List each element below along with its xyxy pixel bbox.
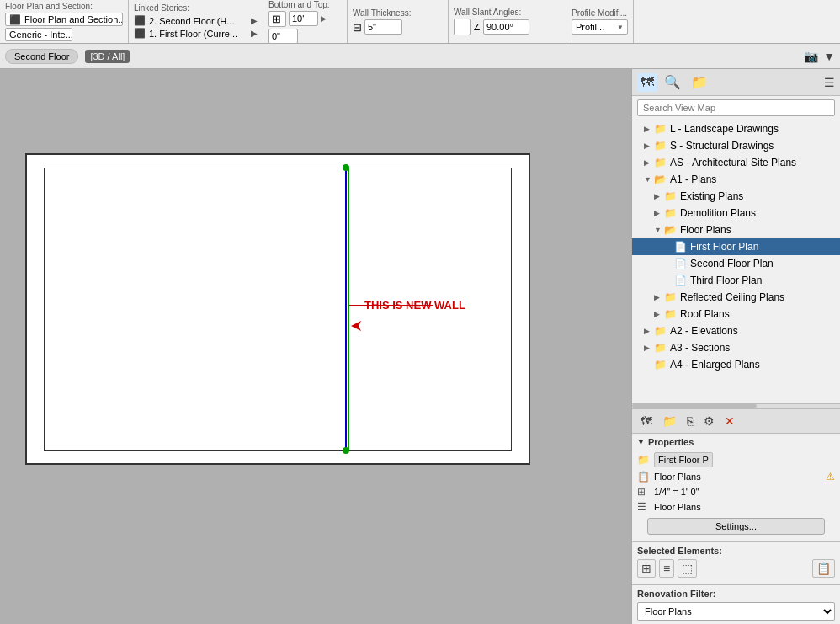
new-folder-icon[interactable]: 📁 (659, 413, 680, 429)
panel-menu-icon[interactable]: ☰ (824, 76, 835, 89)
folder-icon-arch: 📁 (654, 157, 667, 168)
profile-select[interactable]: Profil... ▼ (572, 19, 628, 35)
settings-button[interactable]: Settings... (647, 518, 826, 535)
wall-slant-input[interactable] (483, 19, 529, 35)
renovation-filter-section: Renovation Filter: Floor Plans (632, 585, 840, 624)
tree-item-demolition[interactable]: ▶ 📁 Demolition Plans (632, 205, 840, 221)
prop-name-row: 📁 (637, 451, 835, 469)
tree-item-reflected-ceiling[interactable]: ▶ 📁 Reflected Ceiling Plans (632, 289, 840, 306)
selected-elements-icons: ⊞ ≡ ⬚ 📋 (637, 559, 835, 578)
tree-item-third-floor[interactable]: 📄 Third Floor Plan (632, 272, 840, 289)
view-3d-tag[interactable]: [3D / All] (85, 50, 130, 63)
properties-header[interactable]: ▼ Properties (637, 437, 835, 447)
a4-label: A4 - Enlarged Plans (670, 359, 760, 371)
floor-icon-1: ⬛ (134, 15, 146, 26)
bottom-top-value[interactable] (289, 11, 318, 26)
panel-search (632, 96, 840, 120)
canvas-inner: THIS IS NEW WALL (44, 168, 512, 451)
tree-item-first-floor[interactable]: 📄 First Floor Plan (632, 238, 840, 255)
prop-layer-value: Floor Plans (654, 502, 835, 512)
tree-item-structural[interactable]: ▶ 📁 S - Structural Drawings (632, 137, 840, 154)
second-floor-label: Second Floor Plan (690, 258, 774, 269)
expand-icon-roof: ▶ (654, 310, 664, 318)
folder-icon-a4: 📁 (654, 359, 667, 371)
prop-layer-row: ☰ Floor Plans (637, 499, 835, 515)
floor-icon-2: ⬛ (134, 28, 146, 39)
new-viewmap-icon[interactable]: 🗺 (637, 413, 656, 429)
renovation-filter-select[interactable]: Floor Plans (637, 602, 835, 621)
folder-icon-landscape: 📁 (654, 123, 667, 135)
tree-item-arch-site[interactable]: ▶ 📁 AS - Architectural Site Plans (632, 154, 840, 171)
expand-icon-demolition: ▶ (654, 209, 664, 217)
tree-area: ▶ 📁 L - Landscape Drawings ▶ 📁 S - Struc… (632, 120, 840, 403)
expand-icon-a3: ▶ (644, 344, 654, 352)
renovation-filter-header: Renovation Filter: (637, 589, 835, 599)
prop-name-input[interactable] (654, 452, 713, 467)
roof-label: Roof Plans (680, 308, 730, 320)
prop-scale-value: 1/4" = 1'-0" (654, 487, 835, 497)
tree-item-landscape[interactable]: ▶ 📁 L - Landscape Drawings (632, 120, 840, 137)
view-icon-second-floor: 📄 (674, 258, 687, 269)
tree-item-floor-plans[interactable]: ▼ 📂 Floor Plans (632, 221, 840, 238)
floor-plan-icon: ⬛ (9, 14, 21, 25)
expand-icon-reflected: ▶ (654, 293, 664, 301)
expand-icon-existing: ▶ (654, 192, 664, 200)
table-icon[interactable]: ⊞ (637, 559, 656, 578)
expand-icon-a1: ▼ (644, 175, 654, 184)
tree-item-existing[interactable]: ▶ 📁 Existing Plans (632, 188, 840, 205)
floor-plan-section-value: Floor Plan and Section... (24, 14, 123, 24)
landscape-label: L - Landscape Drawings (670, 123, 779, 135)
canvas-hscrollbar[interactable] (0, 617, 631, 624)
list-icon[interactable]: ≡ (659, 559, 674, 578)
tree-item-a1[interactable]: ▼ 📂 A1 - Plans (632, 171, 840, 188)
settings-small-icon[interactable]: ⚙ (700, 413, 718, 429)
folder-prop-icon: 📁 (637, 454, 654, 466)
tree-item-roof[interactable]: ▶ 📁 Roof Plans (632, 306, 840, 323)
scale-prop-icon: ⊞ (637, 486, 654, 498)
floor-plan-section-select[interactable]: ⬛ Floor Plan and Section... ▼ (5, 13, 123, 26)
tri-icon: ▼ (637, 438, 645, 446)
demolition-label: Demolition Plans (680, 207, 756, 219)
tree-item-a2[interactable]: ▶ 📁 A2 - Elevations (632, 323, 840, 339)
selected-elements-header: Selected Elements: (637, 546, 835, 556)
viewmap-icon-btn[interactable]: 🗺 (637, 73, 657, 92)
delete-icon[interactable]: ✕ (721, 413, 738, 429)
view-icon-first-floor: 📄 (674, 241, 687, 253)
panel-top-icons: 🗺 🔍 📁 ☰ (632, 69, 840, 96)
folder-icon-structural: 📁 (654, 140, 667, 152)
top-value[interactable] (268, 29, 298, 44)
folder-icon-floor-plans: 📂 (664, 224, 677, 236)
linked-story-2-label: 1. First Floor (Curre... (149, 29, 237, 39)
tree-item-a4[interactable]: 📁 A4 - Enlarged Plans (632, 356, 840, 373)
expand-icon-arch: ▶ (644, 158, 654, 167)
selected-elements-section: Selected Elements: ⊞ ≡ ⬚ 📋 (632, 542, 840, 585)
folder-icon-existing: 📁 (664, 190, 677, 202)
duplicate-icon[interactable]: ⎘ (683, 413, 697, 429)
floor-plan-section-group: Floor Plan and Section: ⬛ Floor Plan and… (0, 0, 129, 43)
tree-item-second-floor[interactable]: 📄 Second Floor Plan (632, 255, 840, 272)
svg-marker-0 (351, 321, 361, 331)
linked-story-2-arrow[interactable]: ▶ (251, 29, 258, 38)
linked-stories-group: Linked Stories: ⬛ 2. Second Floor (H... … (129, 0, 263, 43)
profile-value: Profil... (576, 22, 604, 32)
linked-story-1-arrow[interactable]: ▶ (251, 16, 258, 25)
down-arrow-icon[interactable]: ▼ (823, 50, 835, 63)
expand-icon-a2: ▶ (644, 327, 654, 335)
canvas-area[interactable]: THIS IS NEW WALL (0, 69, 631, 624)
layer-prop-icon: ☰ (637, 501, 654, 513)
properties-icon[interactable]: 📋 (812, 559, 835, 578)
linked-story-1-row: ⬛ 2. Second Floor (H... ▶ (134, 14, 258, 27)
tree-item-a3[interactable]: ▶ 📁 A3 - Sections (632, 339, 840, 356)
breadcrumb-second-floor[interactable]: Second Floor (5, 49, 78, 64)
wall-thickness-input[interactable] (364, 19, 402, 35)
search-input[interactable] (637, 99, 835, 116)
generic-select[interactable]: Generic - Inte... ▼ (5, 28, 72, 41)
navigator-icon-btn[interactable]: 🔍 (661, 72, 684, 92)
properties-title: Properties (648, 437, 694, 447)
camera-icon[interactable]: 📷 (804, 50, 818, 63)
organizer-icon-btn[interactable]: 📁 (688, 72, 711, 92)
folder-icon-a2: 📁 (654, 325, 667, 337)
select-box-icon[interactable]: ⬚ (678, 559, 697, 578)
top-toolbar: Floor Plan and Section: ⬛ Floor Plan and… (0, 0, 840, 44)
folder-icon-demolition: 📁 (664, 207, 677, 219)
